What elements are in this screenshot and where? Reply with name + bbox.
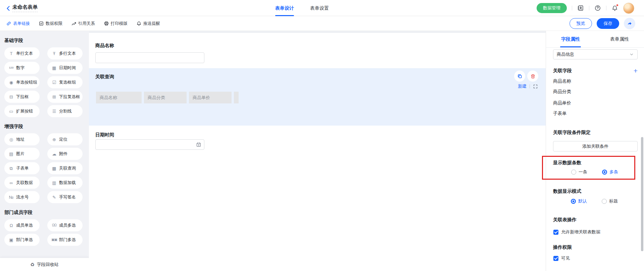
linked-query-field-selected[interactable]: 关联查询 新建 商品名称商品分类商品单价 bbox=[89, 68, 546, 126]
save-button[interactable]: 保存 bbox=[597, 18, 619, 29]
department-multi-icon: ▣▣ bbox=[51, 238, 57, 241]
sidebar-item-multi-line-text[interactable]: Ŧ多行文本 bbox=[47, 47, 83, 59]
field-recycle-bin[interactable]: ♻ 字段回收站 bbox=[0, 258, 89, 271]
display-count-option-1[interactable]: 多条 bbox=[602, 169, 618, 175]
add-linked-field-button plus-icon[interactable]: + bbox=[634, 68, 638, 74]
field-item-label: 单选按钮组 bbox=[16, 80, 37, 85]
number-icon: 123 bbox=[8, 66, 14, 69]
field-item-label: 复选框组 bbox=[59, 80, 76, 85]
preview-button[interactable]: 预览 bbox=[569, 18, 592, 29]
linked-field-item[interactable]: 商品名称 bbox=[553, 78, 571, 84]
new-record-link[interactable]: 新建 bbox=[518, 83, 527, 89]
sidebar-item-linked-data[interactable]: ∞关联数据 bbox=[4, 177, 40, 189]
sidebar-item-attachment[interactable]: ☁附件 bbox=[47, 148, 83, 160]
tab-form-properties[interactable]: 表单属性 bbox=[595, 31, 644, 47]
image-icon: ▤ bbox=[8, 152, 14, 156]
sidebar-section-title: 基础字段 bbox=[4, 38, 84, 44]
toolbar-item-link[interactable]: 表单链接 bbox=[6, 21, 30, 27]
sidebar-item-linked-query[interactable]: ▩关联查询 bbox=[47, 162, 83, 174]
field-item-label: 分割线 bbox=[59, 108, 72, 114]
product-name-input[interactable] bbox=[95, 52, 204, 63]
calendar-icon[interactable] bbox=[196, 142, 201, 147]
field-item-label: 地址 bbox=[16, 137, 24, 142]
linked-form-select-value: 商品信息 bbox=[557, 51, 574, 57]
display-mode-option-1[interactable]: 标题 bbox=[602, 198, 618, 204]
delete-field-button[interactable] bbox=[527, 71, 538, 82]
display-mode-options: 默认标题 bbox=[571, 198, 618, 204]
linked-field-item[interactable]: 商品单价 bbox=[553, 100, 571, 106]
linked-field-item[interactable]: 子表单 bbox=[553, 110, 567, 117]
share-icon bbox=[627, 21, 632, 26]
field-item-label: 扩展按钮 bbox=[16, 108, 33, 114]
sidebar-item-datetime[interactable]: ▦日期时间 bbox=[47, 62, 83, 74]
tab-form-design[interactable]: 表单设计 bbox=[275, 0, 294, 16]
sidebar-item-data-load[interactable]: ▥数据加载 bbox=[47, 177, 83, 189]
tab-field-properties[interactable]: 字段属性 bbox=[546, 31, 595, 47]
single-line-text-icon: T bbox=[8, 51, 14, 56]
sidebar-item-image[interactable]: ▤图片 bbox=[4, 148, 40, 160]
sidebar-item-signature[interactable]: ✎手写签名 bbox=[47, 191, 83, 203]
properties-panel: 字段属性表单属性 商品信息 关联字段 + 关联字段条件限定 添加关联条件 显示数… bbox=[546, 31, 644, 271]
form-canvas-body: 商品名称 关联查询 新建 商品名称商品分类商品单价 日期时间 bbox=[89, 33, 546, 271]
sidebar-item-radio-group[interactable]: ◉单选按钮组 bbox=[4, 76, 40, 88]
sidebar-item-checkbox-group[interactable]: ☑复选框组 bbox=[47, 76, 83, 88]
display-count-options: 一条多条 bbox=[571, 169, 618, 175]
allow-add-checkbox[interactable]: 允许新增关联表数据 bbox=[553, 229, 600, 235]
contacts-icon[interactable] bbox=[577, 5, 584, 11]
visible-checkbox[interactable]: 可见 bbox=[553, 255, 570, 261]
permission-title: 操作权限 bbox=[553, 244, 572, 251]
checkbox-group-icon: ☑ bbox=[51, 80, 57, 85]
field-item-label: 关联查询 bbox=[59, 166, 76, 171]
toolbar-item-data-permission[interactable]: 数据权限 bbox=[39, 21, 62, 27]
form-canvas: 商品名称 关联查询 新建 商品名称商品分类商品单价 日期时间 bbox=[89, 31, 546, 271]
sidebar-item-single-line-text[interactable]: T单行文本 bbox=[4, 47, 40, 59]
expand-icon[interactable] bbox=[533, 84, 538, 89]
panel-scrollbar[interactable] bbox=[641, 137, 643, 251]
signature-icon: ✎ bbox=[51, 195, 57, 199]
table-header-cell: 商品单价 bbox=[189, 92, 232, 103]
copy-field-button[interactable] bbox=[514, 71, 525, 82]
sidebar-item-department-multi[interactable]: ▣▣部门多选 bbox=[47, 234, 83, 246]
sidebar-item-member-multi[interactable]: ΩΩ成员多选 bbox=[47, 219, 83, 231]
datetime-icon: ▦ bbox=[51, 66, 57, 70]
tab-form-settings[interactable]: 表单设置 bbox=[310, 0, 329, 16]
recycle-icon: ♻ bbox=[30, 262, 35, 267]
add-condition-button[interactable]: 添加关联条件 bbox=[553, 141, 638, 151]
sidebar-item-dropdown[interactable]: ⊟下拉框 bbox=[4, 91, 40, 103]
toolbar-right: 预览 保存 bbox=[569, 18, 635, 29]
field-item-label: 部门多选 bbox=[59, 237, 76, 243]
sidebar-item-number[interactable]: 123数字 bbox=[4, 62, 40, 74]
sidebar-item-subform[interactable]: ⧉子表单 bbox=[4, 162, 40, 174]
linked-field-item[interactable]: 商品分类 bbox=[553, 89, 571, 95]
back-button[interactable] bbox=[5, 5, 11, 11]
display-mode-option-0[interactable]: 默认 bbox=[571, 198, 587, 204]
top-bar: 未命名表单 表单设计表单设置 数据管理 bbox=[0, 0, 644, 16]
sidebar-item-extend-button[interactable]: ▭扩展按钮 bbox=[4, 105, 40, 117]
sidebar-item-address[interactable]: ◎地址 bbox=[4, 133, 40, 145]
sidebar-item-serial-number[interactable]: №流水号 bbox=[4, 191, 40, 203]
toolbar-item-reference[interactable]: 引用关系 bbox=[71, 21, 95, 27]
form-title[interactable]: 未命名表单 bbox=[12, 4, 38, 12]
divider bbox=[530, 84, 530, 88]
dropdown-icon: ⊟ bbox=[8, 95, 14, 99]
share-button[interactable] bbox=[624, 18, 635, 29]
field-item-label: 流水号 bbox=[16, 194, 29, 200]
notification-bell-icon[interactable] bbox=[611, 5, 618, 11]
help-icon[interactable] bbox=[594, 5, 601, 11]
field-item-label: 部门单选 bbox=[16, 237, 33, 243]
divider bbox=[589, 6, 589, 10]
user-avatar[interactable] bbox=[623, 3, 634, 14]
divider bbox=[606, 6, 606, 10]
display-count-option-0[interactable]: 一条 bbox=[571, 169, 587, 175]
sidebar-item-location[interactable]: ⊕定位 bbox=[47, 133, 83, 145]
radio-selected-icon bbox=[602, 170, 607, 175]
toolbar-item-push-reminder[interactable]: 推送提醒 bbox=[136, 21, 160, 27]
toolbar-item-print-template[interactable]: 打印模版 bbox=[104, 21, 128, 27]
sidebar-item-dropdown-multiselect[interactable]: ⊞下拉复选框 bbox=[47, 91, 83, 103]
sidebar-item-member-single[interactable]: Ω成员单选 bbox=[4, 219, 40, 231]
data-manage-button[interactable]: 数据管理 bbox=[537, 3, 567, 13]
linked-form-select[interactable]: 商品信息 bbox=[553, 49, 638, 59]
sidebar-item-department-single[interactable]: ▣部门单选 bbox=[4, 234, 40, 246]
datetime-input[interactable] bbox=[95, 139, 204, 150]
sidebar-item-divider[interactable]: ☰分割线 bbox=[47, 105, 83, 117]
